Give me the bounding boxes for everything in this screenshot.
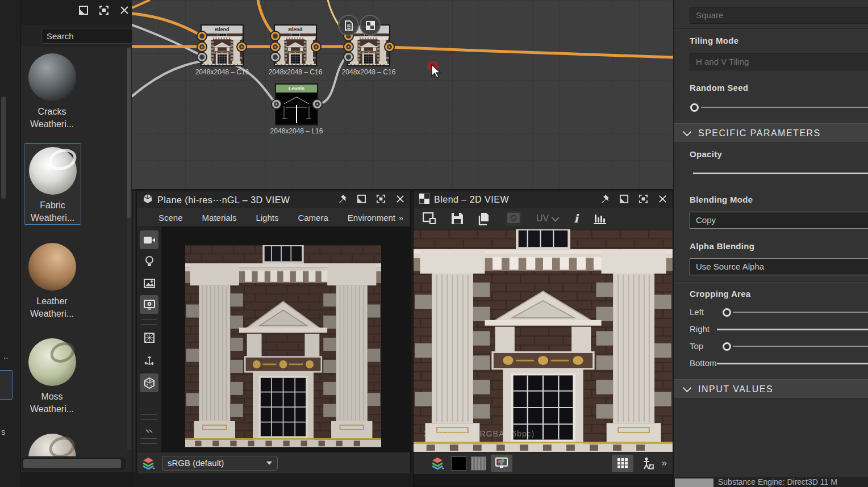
input-port[interactable] <box>344 53 353 61</box>
view3d-titlebar[interactable]: Plane (hi-res⋯nGL – 3D VIEW <box>137 191 410 209</box>
menu-environment[interactable]: Environment <box>348 213 395 222</box>
library-titlebar <box>21 0 132 26</box>
input-port[interactable] <box>271 32 279 40</box>
random-seed-slider-knob[interactable] <box>690 103 699 112</box>
crop-top-label: Top <box>690 341 703 351</box>
material-sphere-moss <box>28 338 76 386</box>
tiling-mode-label: Tiling Mode <box>690 36 738 45</box>
tiling-mode-dropdown[interactable]: H and V Tiling <box>690 53 868 70</box>
input-port[interactable] <box>198 32 206 40</box>
divider <box>674 75 868 76</box>
camera-view-icon[interactable] <box>140 230 158 249</box>
tiling-preview-swatch[interactable] <box>471 456 486 471</box>
library-vertical-scrollbar[interactable] <box>127 47 131 450</box>
cropping-area-label: Cropping Area <box>690 289 751 299</box>
colorspace-dropdown[interactable]: sRGB (default) <box>162 456 278 471</box>
close-icon[interactable] <box>119 5 130 15</box>
list-item[interactable]: Moss Weatheri... <box>24 335 80 415</box>
node-graph-canvas[interactable]: Blend 2048x2048 – C16 Blend 2048x2048 – … <box>132 0 673 189</box>
random-seed-slider-track[interactable] <box>701 107 868 108</box>
crop-left-track[interactable] <box>733 312 868 313</box>
output-port[interactable] <box>313 100 322 108</box>
crop-top-track[interactable] <box>733 346 868 347</box>
input-port[interactable] <box>198 43 206 51</box>
maximize-icon[interactable] <box>376 194 386 204</box>
list-item[interactable]: Cracks Weatheri... <box>24 50 80 131</box>
view3d-viewport[interactable] <box>161 227 411 452</box>
edge-scrollbar[interactable] <box>1 96 6 199</box>
shape-dropdown[interactable]: Square <box>690 7 868 24</box>
geometry-wireframe-icon[interactable] <box>140 328 158 347</box>
save-icon[interactable] <box>451 212 464 225</box>
crop-top-knob[interactable] <box>723 342 731 351</box>
transform-gizmo-icon[interactable] <box>140 351 158 370</box>
view2d-viewport[interactable]: 2048 x 2048 (RGBA 16bpc) <box>414 229 673 452</box>
close-icon[interactable] <box>658 194 668 204</box>
node-title: Blend <box>202 26 243 33</box>
list-item-selected[interactable]: Fabric Weatheri... <box>24 143 81 225</box>
alpha-blending-dropdown[interactable]: Use Source Alpha <box>690 258 868 275</box>
background-color-swatch[interactable] <box>451 456 466 471</box>
display-settings-icon[interactable] <box>140 295 158 314</box>
output-port[interactable] <box>385 43 394 51</box>
view2d-titlebar[interactable]: Blend – 2D VIEW <box>414 191 673 209</box>
library-horizontal-scrollbar[interactable] <box>22 457 126 470</box>
histogram-icon[interactable] <box>593 212 607 225</box>
edge-selected-item[interactable] <box>0 370 12 400</box>
graph-node-levels[interactable]: Levels <box>275 83 318 125</box>
menu-materials[interactable]: Materials <box>202 213 237 222</box>
environment-image-icon[interactable] <box>140 274 158 292</box>
menu-lights[interactable]: Lights <box>256 213 278 222</box>
library-list[interactable]: Cracks Weatheri... Fabric Weatheri... Le… <box>21 47 127 456</box>
output-port[interactable] <box>237 43 246 51</box>
maximize-icon[interactable] <box>639 194 649 204</box>
menu-scene[interactable]: Scene <box>158 213 183 222</box>
display-channels-icon[interactable] <box>491 455 512 472</box>
float-window-icon[interactable] <box>357 194 367 204</box>
blending-mode-dropdown[interactable]: Copy <box>690 212 868 229</box>
channels-layers-icon[interactable] <box>431 456 444 470</box>
view2d-panel: Blend – 2D VIEW <box>413 191 673 487</box>
opacity-slider-track[interactable] <box>693 173 868 174</box>
more-tools-chevron-icon[interactable]: » <box>662 457 667 469</box>
new-view-icon[interactable] <box>423 212 436 225</box>
menu-camera[interactable]: Camera <box>298 213 328 222</box>
input-port[interactable] <box>198 53 206 61</box>
input-values-header[interactable]: INPUT VALUES <box>674 379 868 399</box>
copy-icon[interactable] <box>478 212 491 225</box>
grid-toggle-icon[interactable] <box>612 455 633 472</box>
output-port[interactable] <box>312 43 320 51</box>
menu-overflow-chevron-icon[interactable]: » <box>399 213 403 222</box>
float-window-icon[interactable] <box>78 5 89 15</box>
close-icon[interactable] <box>395 194 406 204</box>
crop-left-knob[interactable] <box>723 308 731 317</box>
node-title: Blend <box>275 26 316 33</box>
node-doc-button[interactable] <box>338 15 359 36</box>
pin-icon[interactable] <box>337 194 348 204</box>
uv-mode-dropdown[interactable]: UV <box>536 213 559 224</box>
mannequin-random-icon[interactable] <box>641 457 654 469</box>
search-input[interactable] <box>41 28 132 44</box>
node-caption: 2048x2048 – L16 <box>257 127 336 135</box>
light-bulb-icon[interactable] <box>140 252 158 271</box>
list-item[interactable]: Leather Weatheri... <box>24 240 80 320</box>
float-window-icon[interactable] <box>619 194 629 204</box>
info-icon[interactable]: i <box>574 212 578 225</box>
scene-geometry-icon[interactable] <box>140 373 158 392</box>
graph-node-blend-2[interactable]: Blend <box>274 24 317 66</box>
crop-bottom-track[interactable] <box>717 363 868 364</box>
input-port[interactable] <box>271 53 279 61</box>
panel-resize-grip[interactable] <box>132 191 136 472</box>
node-blend-mode-button[interactable] <box>360 15 381 36</box>
channels-layers-icon[interactable] <box>141 456 155 470</box>
status-scrollbar-thumb[interactable] <box>675 478 713 487</box>
maximize-icon[interactable] <box>99 5 109 15</box>
input-port[interactable] <box>272 100 281 108</box>
crop-right-track[interactable] <box>717 329 868 330</box>
specific-parameters-header[interactable]: SPECIFIC PARAMETERS <box>674 123 868 143</box>
list-item[interactable] <box>24 430 80 456</box>
pin-icon[interactable] <box>600 194 610 204</box>
input-port[interactable] <box>344 43 353 51</box>
input-port[interactable] <box>271 43 279 51</box>
divider <box>674 28 868 30</box>
